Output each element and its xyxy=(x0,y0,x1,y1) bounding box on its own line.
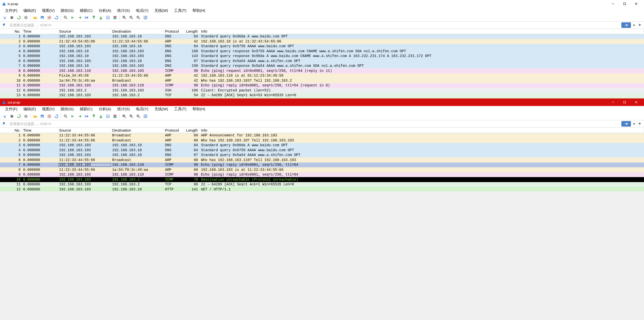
menu-item[interactable]: 文件(F) xyxy=(2,8,20,14)
find-icon[interactable] xyxy=(62,14,69,21)
zoom-in-icon[interactable] xyxy=(121,14,128,21)
col-length[interactable]: Length xyxy=(184,29,200,33)
save-file-icon[interactable] xyxy=(39,113,46,120)
colorize-icon[interactable] xyxy=(112,113,118,120)
start-capture-icon[interactable] xyxy=(2,14,8,21)
menu-item[interactable]: 无线(W) xyxy=(151,8,171,14)
menu-item[interactable]: 编辑(E) xyxy=(20,8,39,14)
resize-columns-icon[interactable] xyxy=(142,113,149,120)
col-no[interactable]: No. xyxy=(0,29,22,33)
max-button[interactable] xyxy=(619,98,630,106)
menu-item[interactable]: 帮助(H) xyxy=(189,8,208,14)
open-file-icon[interactable] xyxy=(32,113,38,120)
min-button[interactable] xyxy=(607,0,619,8)
apply-filter-button[interactable] xyxy=(621,121,631,127)
col-protocol[interactable]: Protocol xyxy=(164,29,184,33)
packet-row[interactable]: 120.000000192.168.163.2192.168.163.103SS… xyxy=(0,88,644,93)
col-source[interactable]: Source xyxy=(58,128,111,132)
packet-row[interactable]: 110.000000192.168.163.103192.168.163.110… xyxy=(0,83,644,88)
go-forward-icon[interactable] xyxy=(76,14,83,21)
packet-row[interactable]: 40.000000192.168.163.10192.168.163.103DN… xyxy=(0,49,644,54)
col-source[interactable]: Source xyxy=(58,29,111,33)
packet-row[interactable]: 70.000000192.168.163.10192.168.163.103DN… xyxy=(0,64,644,69)
packet-row[interactable]: 20.00000021:32:43:54:65:0611:22:33:44:55… xyxy=(0,39,644,44)
go-to-packet-icon[interactable] xyxy=(84,14,90,21)
go-last-icon[interactable] xyxy=(98,113,104,120)
filter-dropdown[interactable]: ▾ xyxy=(632,22,636,28)
packet-row[interactable]: 60.000000192.168.163.103192.168.163.10DN… xyxy=(0,59,644,64)
packet-row[interactable]: 70.000000192.168.163.103192.168.163.110I… xyxy=(0,163,644,168)
close-button[interactable] xyxy=(630,98,642,106)
menu-item[interactable]: 捕获(C) xyxy=(77,8,96,14)
capture-options-icon[interactable] xyxy=(23,113,29,120)
packet-row[interactable]: 30.000000192.168.163.103192.168.163.10DN… xyxy=(0,44,644,49)
reload-file-icon[interactable] xyxy=(53,14,60,21)
packet-list[interactable]: 10.000000192.168.163.103192.168.163.10DN… xyxy=(0,34,644,98)
find-icon[interactable] xyxy=(62,113,69,120)
save-file-icon[interactable] xyxy=(39,14,46,21)
menu-item[interactable]: 无线(W) xyxy=(151,106,171,112)
packet-row[interactable]: 110.000000192.168.163.103192.168.163.2TC… xyxy=(0,182,644,187)
reload-file-icon[interactable] xyxy=(53,113,60,120)
menu-item[interactable]: 统计(S) xyxy=(114,8,133,14)
zoom-out-icon[interactable] xyxy=(128,14,135,21)
menu-item[interactable]: 跳转(G) xyxy=(58,8,77,14)
col-no[interactable]: No. xyxy=(0,128,22,132)
close-file-icon[interactable] xyxy=(46,113,53,120)
go-to-packet-icon[interactable] xyxy=(84,113,90,120)
menu-item[interactable]: 电话(Y) xyxy=(133,106,151,112)
bookmark-icon[interactable] xyxy=(2,22,7,28)
menu-item[interactable]: 工具(T) xyxy=(171,8,189,14)
start-capture-icon[interactable] xyxy=(2,113,8,120)
resize-columns-icon[interactable] xyxy=(142,14,149,21)
packet-row[interactable]: 90.000000192.168.163.103192.168.163.110I… xyxy=(0,172,644,177)
go-first-icon[interactable] xyxy=(91,113,97,120)
packet-row[interactable]: 50.000000192.168.163.10192.168.163.103DN… xyxy=(0,54,644,59)
packet-row[interactable]: 100.0000001a:94:f0:3c:49:aaBroadcastARP4… xyxy=(0,78,644,83)
auto-scroll-icon[interactable] xyxy=(105,113,111,120)
menu-item[interactable]: 统计(S) xyxy=(114,106,133,112)
stop-capture-icon[interactable] xyxy=(9,14,15,21)
restart-capture-icon[interactable] xyxy=(16,113,22,120)
add-filter-button[interactable]: + xyxy=(637,22,642,28)
packet-row[interactable]: 10.00000011:22:33:44:55:66BroadcastARP60… xyxy=(0,133,644,138)
open-file-icon[interactable] xyxy=(32,14,38,21)
packet-row[interactable]: 120.000000192.168.163.103192.168.163.10H… xyxy=(0,187,644,191)
col-destination[interactable]: Destination xyxy=(111,128,164,132)
go-back-icon[interactable] xyxy=(69,113,76,120)
packet-row[interactable]: 40.000000192.168.163.103192.168.163.10DN… xyxy=(0,148,644,153)
bookmark-icon[interactable] xyxy=(2,121,7,127)
col-time[interactable]: Time xyxy=(22,128,58,132)
zoom-reset-icon[interactable]: 1 xyxy=(135,113,142,120)
packet-row[interactable]: 100.000000192.168.163.103192.168.163.2IC… xyxy=(0,177,644,182)
menu-item[interactable]: 电话(Y) xyxy=(133,8,151,14)
zoom-in-icon[interactable] xyxy=(121,113,128,120)
restart-capture-icon[interactable] xyxy=(16,14,22,21)
auto-scroll-icon[interactable] xyxy=(105,14,111,21)
col-time[interactable]: Time xyxy=(22,29,58,33)
packet-row[interactable]: 60.00000011:22:33:44:55:66BroadcastARP60… xyxy=(0,157,644,163)
min-button[interactable] xyxy=(607,98,619,106)
col-protocol[interactable]: Protocol xyxy=(164,128,184,132)
menu-item[interactable]: 分析(A) xyxy=(96,8,114,14)
go-forward-icon[interactable] xyxy=(76,113,83,120)
packet-row[interactable]: 20.00000011:22:33:44:55:66BroadcastARP60… xyxy=(0,138,644,143)
menu-item[interactable]: 分析(A) xyxy=(96,106,114,112)
menu-item[interactable]: 帮助(H) xyxy=(189,106,208,112)
menu-item[interactable]: 跳转(G) xyxy=(58,106,77,112)
menu-item[interactable]: 视图(V) xyxy=(39,8,58,14)
filter-dropdown[interactable]: ▾ xyxy=(632,121,636,127)
menu-item[interactable]: 工具(T) xyxy=(171,106,189,112)
add-filter-button[interactable]: + xyxy=(637,121,642,127)
packet-row[interactable]: 80.00000011:22:33:44:55:661a:94:f0:3c:49… xyxy=(0,167,644,172)
go-first-icon[interactable] xyxy=(91,14,97,21)
menu-item[interactable]: 捕获(C) xyxy=(77,106,96,112)
packet-row[interactable]: 10.000000192.168.163.103192.168.163.10DN… xyxy=(0,34,644,39)
max-button[interactable] xyxy=(619,0,630,8)
display-filter-input[interactable] xyxy=(8,22,620,28)
packet-row[interactable]: 130.000000192.168.163.103192.168.163.2TC… xyxy=(0,93,644,98)
zoom-out-icon[interactable] xyxy=(128,113,135,120)
zoom-reset-icon[interactable]: 1 xyxy=(135,14,142,21)
display-filter-input[interactable] xyxy=(8,121,620,127)
apply-filter-button[interactable] xyxy=(621,22,631,28)
